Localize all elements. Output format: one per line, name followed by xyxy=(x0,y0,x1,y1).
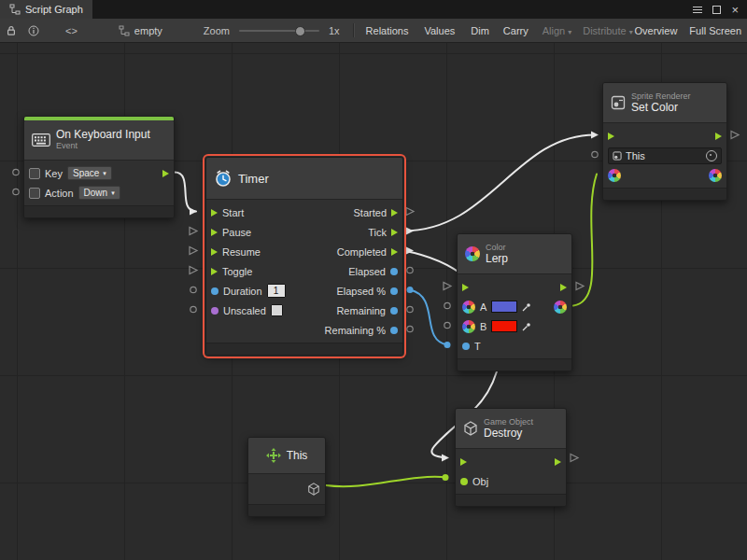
flow-port-resume[interactable] xyxy=(211,248,218,256)
value-port-elapsed-pct[interactable] xyxy=(390,287,398,295)
node-header[interactable]: Timer xyxy=(206,158,402,200)
color-swatch-a[interactable] xyxy=(491,301,517,313)
flow-port-out[interactable] xyxy=(555,458,561,466)
port-setcolor-flow-out[interactable] xyxy=(731,132,739,139)
port-timer-tick-out[interactable] xyxy=(406,228,414,235)
node-timer[interactable]: Timer Start Started Pause Tick Resume Co… xyxy=(205,157,403,356)
port-setcolor-target-in[interactable] xyxy=(592,151,598,157)
flow-port-pause[interactable] xyxy=(211,229,218,236)
port-lerp-flow-out[interactable] xyxy=(576,283,584,290)
port-lerp-a-in[interactable] xyxy=(444,302,450,308)
value-port-t[interactable] xyxy=(462,343,470,350)
port-lerp-flow-in[interactable] xyxy=(444,283,451,290)
flow-port-toggle[interactable] xyxy=(211,268,218,275)
flow-port-in[interactable] xyxy=(608,133,614,140)
node-header[interactable]: Sprite Renderer Set Color xyxy=(603,83,726,123)
flow-port-start[interactable] xyxy=(211,209,218,217)
object-picker-icon[interactable] xyxy=(706,150,717,161)
node-set-color[interactable]: Sprite Renderer Set Color This xyxy=(602,82,727,201)
port-timer-start-in[interactable] xyxy=(190,208,197,216)
value-port-remaining[interactable] xyxy=(390,307,398,315)
port-timer-started-out[interactable] xyxy=(406,208,414,216)
flow-port-tick[interactable] xyxy=(391,229,398,236)
color-port-b[interactable] xyxy=(462,320,475,333)
info-icon[interactable] xyxy=(28,25,39,36)
values-button[interactable]: Values xyxy=(424,25,455,36)
duration-input[interactable]: 1 xyxy=(267,284,286,298)
flow-port-trigger-out[interactable] xyxy=(162,170,169,177)
flow-port-out[interactable] xyxy=(560,284,567,291)
port-timer-unscaled-in[interactable] xyxy=(190,306,196,312)
carry-button[interactable]: Carry xyxy=(503,25,529,36)
node-header[interactable]: This xyxy=(248,438,325,474)
gameobject-port-out[interactable] xyxy=(307,483,320,496)
flow-port-in[interactable] xyxy=(462,284,469,291)
eyedropper-icon[interactable] xyxy=(522,302,531,312)
port-destroy-flow-out[interactable] xyxy=(571,455,578,462)
lock-icon[interactable] xyxy=(6,25,17,36)
color-port-in[interactable] xyxy=(608,169,621,182)
window-close-icon[interactable]: × xyxy=(731,4,739,16)
eyedropper-icon[interactable] xyxy=(522,322,531,331)
flow-port-out[interactable] xyxy=(715,133,722,140)
value-port-remaining-pct[interactable] xyxy=(390,327,398,334)
key-dropdown[interactable]: Space▾ xyxy=(67,166,112,180)
flow-port-completed[interactable] xyxy=(391,248,398,256)
port-timer-pause-in[interactable] xyxy=(190,228,197,235)
color-port-out[interactable] xyxy=(709,169,722,182)
port-lerp-t-in[interactable] xyxy=(444,342,451,348)
port-timer-remaining-pct-out[interactable] xyxy=(407,326,413,331)
port-timer-duration-in[interactable] xyxy=(190,287,196,292)
port-setcolor-flow-in[interactable] xyxy=(591,132,599,139)
t-label: T xyxy=(474,341,481,352)
zoom-slider[interactable] xyxy=(239,30,319,32)
tab-script-graph[interactable]: Script Graph xyxy=(0,0,92,19)
port-destroy-obj-in[interactable] xyxy=(443,474,449,481)
graph-canvas[interactable]: On Keyboard Input Event Key Space▾ xyxy=(0,43,747,560)
port-timer-elapsed-out[interactable] xyxy=(407,267,413,273)
wire-this-to-destroy-obj[interactable] xyxy=(326,477,447,486)
unscaled-checkbox[interactable] xyxy=(271,304,283,316)
distribute-button[interactable]: Distribute▾ xyxy=(583,25,632,36)
zoom-value: 1x xyxy=(329,25,340,36)
port-keyboard-key-in[interactable] xyxy=(13,169,19,175)
value-port-duration[interactable] xyxy=(211,287,218,295)
fullscreen-button[interactable]: Full Screen xyxy=(689,25,741,36)
node-color-lerp[interactable]: Color Lerp A B T xyxy=(457,233,572,371)
node-this[interactable]: This xyxy=(247,437,326,517)
wire-lerp-to-setcolor-color[interactable] xyxy=(573,175,597,306)
wire-elapsed-pct-to-lerp-t[interactable] xyxy=(410,290,447,345)
target-field[interactable]: This xyxy=(608,147,722,164)
node-header[interactable]: Game Object Destroy xyxy=(456,409,566,449)
action-dropdown[interactable]: Down▾ xyxy=(78,186,120,200)
node-destroy[interactable]: Game Object Destroy Obj xyxy=(455,408,567,507)
port-lerp-b-in[interactable] xyxy=(444,322,450,328)
port-timer-toggle-in[interactable] xyxy=(190,267,197,274)
zoom-slider-handle[interactable] xyxy=(295,26,305,36)
window-maximize-icon[interactable] xyxy=(712,6,721,14)
port-keyboard-action-in[interactable] xyxy=(13,189,19,194)
value-port-obj[interactable] xyxy=(460,478,468,485)
window-menu-icon[interactable] xyxy=(693,6,702,14)
overview-button[interactable]: Overview xyxy=(635,25,678,36)
color-swatch-b[interactable] xyxy=(491,320,517,332)
flow-port-started[interactable] xyxy=(391,209,398,217)
node-header[interactable]: On Keyboard Input Event xyxy=(24,120,174,161)
node-header[interactable]: Color Lerp xyxy=(458,234,571,274)
node-on-keyboard-input[interactable]: On Keyboard Input Event Key Space▾ xyxy=(23,116,175,218)
port-timer-resume-in[interactable] xyxy=(190,247,197,255)
port-timer-elapsed-pct-out[interactable] xyxy=(407,287,414,293)
dim-button[interactable]: Dim xyxy=(471,25,489,36)
color-port-result-out[interactable] xyxy=(554,301,567,314)
color-port-a[interactable] xyxy=(462,301,475,314)
align-button[interactable]: Align▾ xyxy=(543,25,571,36)
port-timer-remaining-out[interactable] xyxy=(407,306,413,312)
flow-port-in[interactable] xyxy=(460,458,467,466)
port-destroy-flow-in[interactable] xyxy=(442,455,449,462)
value-port-elapsed[interactable] xyxy=(390,268,398,275)
value-port-unscaled[interactable] xyxy=(211,307,218,315)
relations-button[interactable]: Relations xyxy=(366,25,409,36)
wire-tick-to-setcolor[interactable] xyxy=(403,135,595,231)
code-view-icon[interactable]: <> xyxy=(65,25,78,36)
wire-keyboard-to-timer-start[interactable] xyxy=(175,173,196,212)
